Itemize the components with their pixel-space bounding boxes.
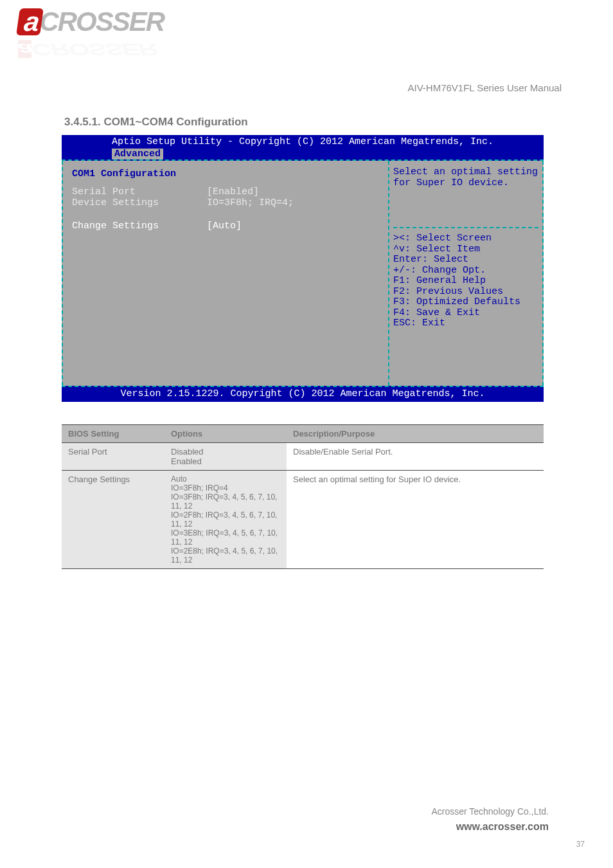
table-header-options: Options — [164, 425, 287, 443]
section-heading: 3.4.5.1. COM1~COM4 Configuration — [64, 116, 248, 129]
bios-setting-row: Device Settings IO=3F8h; IRQ=4; — [72, 198, 379, 209]
bios-key-hint: Enter: Select — [393, 255, 538, 266]
table-row: Serial Port Disabled Enabled Disable/Ena… — [62, 443, 544, 471]
bios-key-hint: +/-: Change Opt. — [393, 266, 538, 276]
table-row: Change Settings Auto IO=3F8h; IRQ=4 IO=3… — [62, 471, 544, 569]
bios-key-hint: ^v: Select Item — [393, 244, 538, 255]
logo-text: CROSSER — [39, 6, 164, 37]
bios-key-hint: F1: General Help — [393, 276, 538, 287]
bios-help-divider — [393, 227, 538, 228]
bios-key-hint: ><: Select Screen — [393, 233, 538, 244]
change-settings-label: Change Settings — [72, 221, 207, 232]
settings-table: BIOS Setting Options Description/Purpose… — [62, 424, 544, 569]
table-cell-description: Select an optimal setting for Super IO d… — [287, 471, 544, 569]
bios-key-hint: F4: Save & Exit — [393, 308, 538, 319]
bios-header: Aptio Setup Utility - Copyright (C) 2012… — [62, 135, 544, 161]
bios-help-panel: Select an optimal setting for Super IO d… — [388, 161, 542, 386]
bios-body: COM1 Configuration Serial Port [Enabled]… — [62, 161, 544, 386]
bios-footer: Version 2.15.1229. Copyright (C) 2012 Am… — [62, 386, 544, 402]
device-settings-label: Device Settings — [72, 198, 207, 209]
brand-logo: aCROSSER — [18, 6, 164, 37]
page-number: 37 — [576, 840, 585, 849]
table-cell-options: Disabled Enabled — [164, 443, 287, 471]
device-settings-value: IO=3F8h; IRQ=4; — [207, 198, 379, 209]
bios-copyright-top: Aptio Setup Utility - Copyright (C) 2012… — [62, 135, 544, 147]
table-cell-description: Disable/Enable Serial Port. — [287, 443, 544, 471]
table-header-row: BIOS Setting Options Description/Purpose — [62, 425, 544, 443]
bios-key-hint: F3: Optimized Defaults — [393, 297, 538, 308]
bios-main-panel: COM1 Configuration Serial Port [Enabled]… — [63, 161, 388, 386]
bios-setting-row: Serial Port [Enabled] — [72, 187, 379, 198]
table-cell-options: Auto IO=3F8h; IRQ=4 IO=3F8h; IRQ=3, 4, 5… — [164, 471, 287, 569]
bios-key-hint: F2: Previous Values — [393, 287, 538, 298]
bios-tab-advanced[interactable]: Advanced — [112, 149, 163, 159]
serial-port-value[interactable]: [Enabled] — [207, 187, 379, 198]
change-settings-value[interactable]: [Auto] — [207, 221, 379, 232]
logo-reflection: aCROSSER — [18, 40, 156, 59]
bios-config-title: COM1 Configuration — [72, 168, 379, 179]
table-cell-setting: Change Settings — [62, 471, 164, 569]
serial-port-label: Serial Port — [72, 187, 207, 198]
footer-url: www.acrosser.com — [456, 821, 549, 833]
document-title: AIV-HM76V1FL Series User Manual — [407, 82, 562, 93]
bios-screen: Aptio Setup Utility - Copyright (C) 2012… — [62, 135, 544, 402]
footer-company: Acrosser Technology Co.,Ltd. — [431, 806, 549, 817]
table-header-setting: BIOS Setting — [62, 425, 164, 443]
bios-setting-row-selected[interactable]: Change Settings [Auto] — [72, 221, 379, 232]
table-header-description: Description/Purpose — [287, 425, 544, 443]
bios-help-text: Select an optimal setting for Super IO d… — [393, 167, 538, 188]
bios-key-hint: ESC: Exit — [393, 318, 538, 329]
table-cell-setting: Serial Port — [62, 443, 164, 471]
logo-mark: a — [16, 8, 44, 35]
